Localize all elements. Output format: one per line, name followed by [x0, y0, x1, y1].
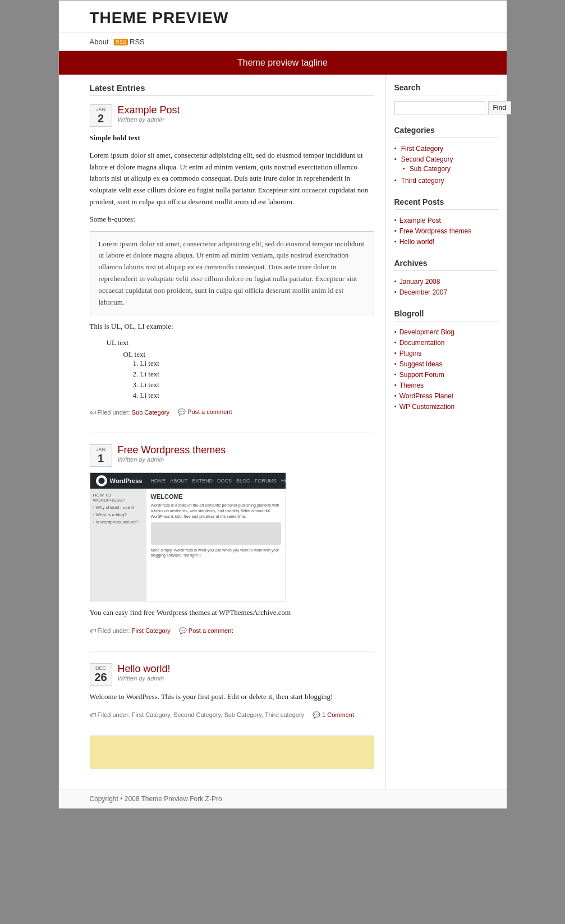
blogroll-link-3[interactable]: Plugins — [399, 350, 421, 357]
post-3-date: DEC 26 — [90, 663, 112, 686]
blogroll-link-4[interactable]: Suggest Ideas — [399, 360, 443, 368]
category-link-1[interactable]: First Category — [401, 145, 443, 153]
comment-icon-2: 💬 — [179, 627, 187, 634]
site-title: THEME PREVIEW — [90, 9, 495, 27]
post-1-bold: Simple bold text — [90, 134, 140, 142]
copyright: Copyright • 2008 Theme Preview Fork Z-Pr… — [90, 795, 222, 803]
blogroll-item-6: Themes — [394, 380, 498, 391]
blogroll-section: Blogroll Development Blog Documentation … — [394, 309, 498, 412]
post-1-li-2: Li text — [140, 370, 374, 379]
rss-link[interactable]: RSS RSS — [114, 38, 144, 46]
recent-post-1: Example Post — [394, 215, 498, 226]
blogroll-item-8: WP Customization — [394, 402, 498, 412]
blogroll-link-7[interactable]: WordPress Planet — [399, 392, 454, 400]
recent-post-link-2[interactable]: Free Wordpress themes — [399, 227, 472, 235]
blogroll-item-5: Support Forum — [394, 370, 498, 380]
post-1-li-1: Li text — [140, 359, 374, 368]
post-3: DEC 26 Hello world! Written by admin Wel… — [90, 663, 374, 719]
post-2-image: WordPress HOME ABOUT EXTEND DOCS BLOG FO… — [90, 472, 374, 601]
post-1-ul-item: UL text — [107, 338, 374, 347]
recent-post-2: Free Wordpress themes — [394, 226, 498, 237]
post-2-comment-link[interactable]: Post a comment — [189, 627, 233, 634]
archive-link-2[interactable]: December 2007 — [399, 288, 447, 296]
post-1-ol-item: OL text — [123, 350, 146, 358]
archives-list: January 2008 December 2007 — [394, 277, 498, 298]
category-item-3: Third category — [394, 176, 498, 186]
post-1-month: JAN — [94, 107, 108, 112]
post-1-category[interactable]: Sub Category — [132, 409, 169, 416]
post-2-month: JAN — [94, 447, 108, 452]
archive-link-1[interactable]: January 2008 — [399, 278, 440, 286]
rss-label: RSS — [130, 38, 145, 46]
post-2-filed: 🏷 Filed under: First Category — [90, 627, 171, 634]
post-1-comment: 💬 Post a comment — [178, 408, 232, 416]
blogroll-link-8[interactable]: WP Customization — [399, 403, 454, 411]
post-1-date: JAN 2 — [90, 104, 112, 127]
comment-icon: 💬 — [178, 408, 186, 415]
post-1-title[interactable]: Example Post — [118, 104, 180, 116]
blogroll-item-7: WordPress Planet — [394, 391, 498, 402]
rss-icon: RSS — [114, 39, 128, 45]
blogroll-item-2: Documentation — [394, 338, 498, 348]
recent-post-3: Hello world! — [394, 237, 498, 247]
blogroll-title: Blogroll — [394, 309, 498, 321]
blogroll-item-4: Suggest Ideas — [394, 359, 498, 370]
wp-logo: WordPress — [96, 475, 143, 486]
post-3-day: 26 — [94, 671, 108, 683]
post-1-comment-link[interactable]: Post a comment — [187, 408, 232, 415]
blogroll-item-3: Plugins — [394, 348, 498, 359]
post-3-title[interactable]: Hello world! — [118, 663, 171, 675]
category-link-2[interactable]: Second Category — [401, 155, 453, 163]
categories-title: Categories — [394, 126, 498, 138]
blogroll-link-5[interactable]: Support Forum — [399, 371, 444, 379]
post-3-comment-link[interactable]: 1 Comment — [322, 711, 354, 718]
svg-point-0 — [98, 477, 105, 485]
tag-icon: 🏷 — [90, 409, 96, 416]
tag-icon-2: 🏷 — [90, 627, 96, 634]
search-button[interactable]: Find — [488, 101, 511, 114]
post-1-bquotes-label: Some b-quotes: — [90, 214, 374, 226]
footer-ad-box — [90, 735, 374, 769]
categories-list: First Category Second Category Sub Categ… — [394, 144, 498, 186]
about-link[interactable]: About — [90, 38, 109, 46]
post-3-filed: 🏷 Filed under: First Category, Second Ca… — [90, 711, 305, 718]
post-1-list-label: This is UL, OL, LI example: — [90, 321, 374, 333]
subcategory-link-1[interactable]: Sub Category — [410, 165, 451, 173]
post-2-day: 1 — [94, 452, 108, 465]
post-3-month: DEC — [94, 665, 108, 671]
post-1-day: 2 — [94, 112, 108, 125]
post-1-li-4: Li text — [140, 391, 374, 400]
post-2-comment: 💬 Post a comment — [179, 627, 233, 635]
categories-section: Categories First Category Second Categor… — [394, 126, 498, 186]
post-2-author: Written by admin — [118, 456, 226, 463]
search-title: Search — [394, 83, 498, 95]
category-item-1: First Category — [394, 144, 498, 154]
recent-post-link-1[interactable]: Example Post — [399, 217, 441, 224]
archives-section: Archives January 2008 December 2007 — [394, 259, 498, 298]
recent-posts-section: Recent Posts Example Post Free Wordpress… — [394, 197, 498, 247]
post-3-categories: First Category, Second Category, Sub Cat… — [132, 711, 304, 718]
latest-entries-title: Latest Entries — [90, 83, 374, 96]
post-2-category[interactable]: First Category — [132, 627, 171, 634]
post-1-author: Written by admin — [118, 116, 180, 123]
post-3-para: Welcome to WordPress. This is your first… — [90, 691, 374, 703]
blogroll-list: Development Blog Documentation Plugins S… — [394, 327, 498, 412]
category-link-3[interactable]: Third category — [401, 177, 444, 185]
tagline: Theme preview tagline — [237, 58, 328, 67]
post-3-comment: 💬 1 Comment — [313, 711, 354, 719]
blogroll-link-2[interactable]: Documentation — [399, 339, 445, 347]
search-section: Search Find — [394, 83, 498, 114]
recent-post-link-3[interactable]: Hello world! — [399, 238, 435, 246]
post-2-title[interactable]: Free Wordpress themes — [118, 444, 226, 456]
post-1-blockquote: Lorem ipsum dolor sit amet, consectetur … — [90, 231, 374, 316]
post-1: JAN 2 Example Post Written by admin Simp… — [90, 104, 374, 416]
archive-item-2: December 2007 — [394, 287, 498, 298]
post-2: JAN 1 Free Wordpress themes Written by a… — [90, 444, 374, 635]
post-2-date: JAN 1 — [90, 444, 112, 467]
category-item-2: Second Category Sub Category — [394, 154, 498, 176]
post-2-para: You can easy find free Wordpress themes … — [90, 607, 374, 619]
search-input[interactable] — [394, 101, 485, 114]
comment-icon-3: 💬 — [313, 711, 320, 718]
blogroll-link-1[interactable]: Development Blog — [399, 328, 454, 336]
blogroll-link-6[interactable]: Themes — [399, 381, 424, 389]
